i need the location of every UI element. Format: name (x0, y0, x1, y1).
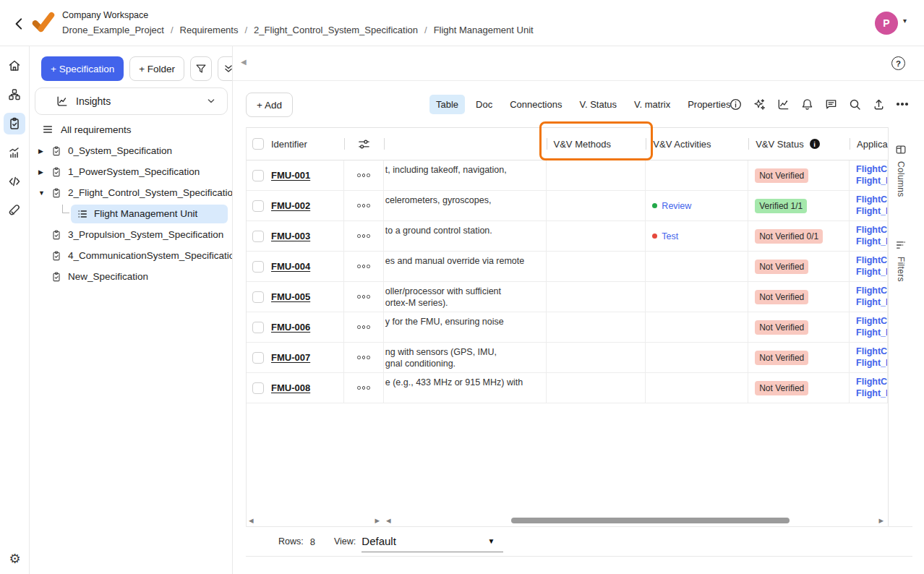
row-checkbox[interactable] (252, 231, 264, 242)
vv-activities-cell[interactable] (646, 252, 748, 281)
vv-methods-cell[interactable] (547, 221, 646, 251)
breadcrumb-project[interactable]: Drone_Example_Project (62, 25, 164, 35)
nav-settings[interactable]: ⚙ (0, 551, 30, 567)
collapse-panel-arrow-icon[interactable]: ◀ (241, 58, 247, 66)
scroll-right-arrow-icon[interactable]: ▶ (375, 517, 380, 524)
more-options-button[interactable] (895, 97, 910, 111)
row-checkbox[interactable] (252, 352, 264, 364)
columns-rail-tab[interactable]: Columns (896, 161, 906, 197)
tab-doc[interactable]: Doc (469, 95, 499, 114)
row-menu-button[interactable] (354, 383, 373, 393)
applicable-link-1[interactable]: FlightCo (856, 163, 887, 175)
row-checkbox[interactable] (252, 261, 264, 273)
filters-icon[interactable] (894, 239, 907, 252)
all-requirements-item[interactable]: All requirements (42, 124, 132, 135)
sliders-icon[interactable] (357, 137, 371, 151)
nav-code[interactable] (4, 171, 25, 192)
tab-table[interactable]: Table (429, 95, 465, 114)
vv-activities-cell[interactable] (646, 312, 748, 342)
vv-methods-cell[interactable] (547, 282, 646, 312)
requirement-id-link[interactable]: FMU-002 (271, 200, 310, 211)
select-all-checkbox[interactable] (252, 138, 264, 150)
header-applicable[interactable]: Applica (850, 128, 888, 160)
applicable-link-1[interactable]: FlightCo (856, 254, 887, 266)
header-vv-activities[interactable]: V&V Activities (646, 128, 748, 160)
filter-button[interactable] (190, 56, 212, 81)
vv-status-cell[interactable]: Not Verified (748, 160, 850, 190)
vv-status-cell[interactable]: Not Verified 0/1 (748, 221, 850, 251)
requirement-text-cell[interactable]: oller/processor with sufficient ortex-M … (384, 282, 547, 312)
vv-status-cell[interactable]: Verified 1/1 (748, 191, 850, 220)
applicable-link-2[interactable]: Flight_M (856, 205, 887, 217)
row-menu-button[interactable] (354, 353, 373, 362)
applicable-link-2[interactable]: Flight_M (856, 266, 887, 278)
help-button[interactable]: ? (891, 56, 905, 70)
row-menu-button[interactable] (354, 322, 373, 332)
nav-analytics[interactable] (4, 142, 25, 163)
applicable-link-2[interactable]: Flight_M (856, 387, 887, 399)
vv-status-cell[interactable]: Not Verified (748, 373, 850, 403)
requirement-text-cell[interactable]: t, including takeoff, navigation, (384, 160, 547, 190)
nav-home[interactable] (4, 55, 25, 77)
requirement-id-link[interactable]: FMU-001 (271, 170, 310, 181)
vv-status-cell[interactable]: Not Verified (748, 282, 850, 312)
vv-methods-cell[interactable] (547, 343, 646, 372)
caret-expanded-icon[interactable]: ▼ (38, 189, 48, 197)
tree-item-1-powersystem-specification[interactable]: ▶ 1_PowerSystem_Specification (30, 161, 232, 182)
row-menu-button[interactable] (354, 171, 373, 180)
vv-activities-cell[interactable]: Review (646, 191, 748, 220)
header-vv-status[interactable]: V&V Status i (748, 128, 850, 160)
export-button[interactable] (871, 97, 886, 111)
tab-connections[interactable]: Connections (503, 95, 568, 114)
tree-item-4-communication-specification[interactable]: 4_CommunicationSystem_Specification (30, 245, 232, 266)
selected-tree-item[interactable]: Flight Management Unit (71, 205, 228, 223)
nav-requirements[interactable] (4, 113, 25, 134)
requirement-text-cell[interactable]: to a ground control station. (384, 221, 547, 251)
vv-status-cell[interactable]: Not Verified (748, 312, 850, 342)
applicable-link-2[interactable]: Flight_M (856, 327, 887, 338)
applicable-cell[interactable]: FlightCo Flight_M (850, 343, 888, 372)
scroll-left-arrow-icon[interactable]: ◀ (249, 517, 254, 524)
vv-methods-cell[interactable] (547, 191, 646, 220)
requirement-text-cell[interactable]: celerometers, gyroscopes, (384, 191, 547, 220)
filters-rail-tab[interactable]: Filters (896, 257, 906, 282)
requirement-id-link[interactable]: FMU-008 (271, 382, 310, 393)
identifier-header-label[interactable]: Identifier (271, 139, 307, 150)
requirement-text-cell[interactable]: ng with sensors (GPS, IMU, gnal conditio… (384, 343, 547, 372)
applicable-cell[interactable]: FlightCo Flight_M (850, 252, 888, 281)
applicable-cell[interactable]: FlightCo Flight_M (850, 191, 888, 220)
search-button[interactable] (847, 97, 862, 111)
tab-v-matrix[interactable]: V. matrix (628, 95, 677, 114)
vv-activities-cell[interactable] (646, 282, 748, 312)
user-avatar[interactable]: P (875, 12, 898, 35)
comments-button[interactable] (824, 97, 838, 111)
applicable-cell[interactable]: FlightCo Flight_M (850, 160, 888, 190)
tab-v-status[interactable]: V. Status (573, 95, 623, 114)
row-menu-button[interactable] (354, 292, 373, 301)
info-button[interactable] (728, 97, 743, 111)
scrollbar-track[interactable] (391, 515, 879, 526)
add-folder-button[interactable]: + Folder (129, 56, 184, 81)
vv-activities-cell[interactable]: Test (646, 221, 748, 251)
add-specification-button[interactable]: + Specification (41, 56, 124, 81)
row-checkbox[interactable] (252, 291, 264, 303)
requirement-id-link[interactable]: FMU-004 (271, 261, 310, 272)
scrollbar-thumb[interactable] (511, 518, 790, 523)
tree-item-flight-management-unit[interactable]: Flight Management Unit (30, 203, 232, 224)
applicable-link-2[interactable]: Flight_M (856, 236, 887, 247)
applicable-cell[interactable]: FlightCo Flight_M (850, 282, 888, 312)
applicable-link-1[interactable]: FlightCo (856, 194, 887, 205)
frozen-pane-scrollbar[interactable]: ◀ ▶ (249, 515, 380, 526)
requirement-text-cell[interactable]: e (e.g., 433 MHz or 915 MHz) with (384, 373, 547, 403)
tree-item-2-flight-control-specification[interactable]: ▼ 2_Flight_Control_System_Specification (30, 182, 232, 203)
expand-all-button[interactable] (218, 56, 233, 81)
row-checkbox[interactable] (252, 170, 264, 181)
breadcrumb-specification[interactable]: 2_Flight_Control_System_Specification (254, 25, 418, 35)
row-checkbox[interactable] (252, 322, 264, 333)
ai-assistant-button[interactable] (752, 97, 766, 111)
row-menu-button[interactable] (354, 201, 373, 210)
vv-methods-cell[interactable] (547, 160, 646, 190)
requirement-id-link[interactable]: FMU-005 (271, 291, 310, 302)
vv-status-cell[interactable]: Not Verified (748, 252, 850, 281)
applicable-link-2[interactable]: Flight_M (856, 175, 887, 187)
